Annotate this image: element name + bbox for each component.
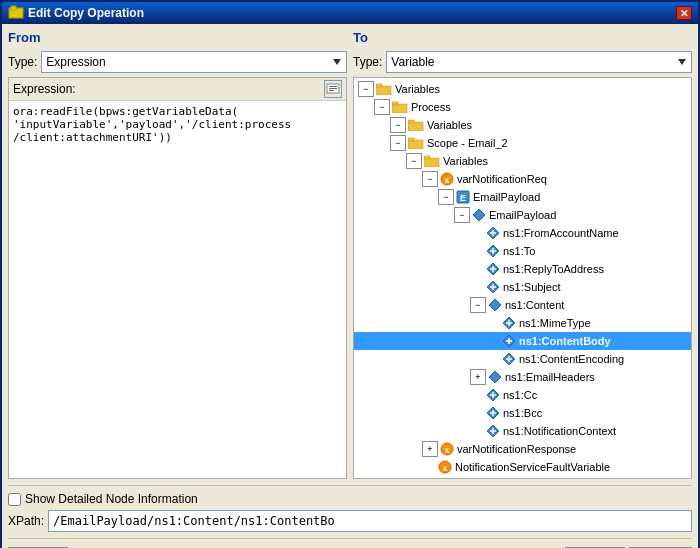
tree-label-ns1-To: ns1:To: [503, 245, 535, 257]
title-bar: Edit Copy Operation ✕: [2, 2, 698, 24]
arrow-icon: [502, 316, 516, 330]
from-panel: From Type: Expression Expression:: [8, 30, 347, 479]
arrow-icon: [486, 280, 500, 294]
tree-label-variables-root: Variables: [395, 83, 440, 95]
tree-item-ns1-NotificationContext[interactable]: ns1:NotificationContext: [354, 422, 691, 440]
element-icon: E: [456, 190, 470, 204]
variable-icon: x: [440, 172, 454, 186]
svg-rect-1: [11, 6, 16, 10]
tree-expand-scope-email2[interactable]: −: [390, 135, 406, 151]
divider: [8, 485, 692, 486]
window-body: From Type: Expression Expression:: [2, 24, 698, 548]
expression-content: ora:readFile(bpws:getVariableData( 'inpu…: [9, 101, 346, 478]
window-icon: [8, 5, 24, 21]
tree-item-ns1-ContentBody[interactable]: ns1:ContentBody: [354, 332, 691, 350]
to-type-row: Type: Variable: [353, 51, 692, 73]
expression-edit-button[interactable]: [324, 80, 342, 98]
to-title: To: [353, 30, 692, 47]
variable-icon: x: [440, 442, 454, 456]
from-type-select[interactable]: Expression: [41, 51, 347, 73]
tree-label-ns1-ContentEncoding: ns1:ContentEncoding: [519, 353, 624, 365]
xpath-input[interactable]: [48, 510, 692, 532]
edit-copy-operation-dialog: Edit Copy Operation ✕ From Type: Express…: [0, 0, 700, 548]
folder-icon: [408, 137, 424, 149]
tree-expand-varNotificationResponse[interactable]: +: [422, 441, 438, 457]
divider2: [8, 538, 692, 539]
tree-expand-ns1-EmailHeaders[interactable]: +: [470, 369, 486, 385]
svg-rect-15: [424, 156, 430, 159]
arrow-icon: [486, 424, 500, 438]
tree-item-variables-scope[interactable]: −Variables: [354, 152, 691, 170]
tree-item-ns1-Content[interactable]: −ns1:Content: [354, 296, 691, 314]
folder-icon: [424, 155, 440, 167]
svg-rect-14: [424, 158, 439, 167]
svg-rect-13: [408, 138, 414, 141]
svg-text:x: x: [444, 445, 449, 455]
tree-item-EmailPayload[interactable]: −EEmailPayload: [354, 188, 691, 206]
from-title: From: [8, 30, 347, 47]
tree-item-EmailPayload2[interactable]: −EmailPayload: [354, 206, 691, 224]
from-type-row: Type: Expression: [8, 51, 347, 73]
svg-text:x: x: [444, 175, 449, 185]
tree-item-process[interactable]: −Process: [354, 98, 691, 116]
variable-icon: x: [438, 460, 452, 474]
tree-label-varNotificationReq: varNotificationReq: [457, 173, 547, 185]
diamond-icon: [472, 208, 486, 222]
tree-expand-variables-scope[interactable]: −: [406, 153, 422, 169]
svg-rect-4: [329, 88, 337, 89]
tree-item-ns1-ReplyToAddress[interactable]: ns1:ReplyToAddress: [354, 260, 691, 278]
xpath-label: XPath:: [8, 514, 44, 528]
show-detailed-checkbox[interactable]: [8, 493, 21, 506]
to-type-label: Type:: [353, 55, 382, 69]
variable-tree[interactable]: −Variables−Process−Variables−Scope - Ema…: [353, 77, 692, 479]
svg-rect-8: [392, 104, 407, 113]
tree-label-ns1-Bcc: ns1:Bcc: [503, 407, 542, 419]
tree-item-variables-root[interactable]: −Variables: [354, 80, 691, 98]
svg-marker-43: [489, 371, 501, 383]
tree-item-varNotificationResponse[interactable]: +xvarNotificationResponse: [354, 440, 691, 458]
tree-item-ns1-ContentEncoding[interactable]: ns1:ContentEncoding: [354, 350, 691, 368]
tree-label-ns1-Content: ns1:Content: [505, 299, 564, 311]
tree-expand-process[interactable]: −: [374, 99, 390, 115]
svg-rect-10: [408, 122, 423, 131]
tree-expand-EmailPayload[interactable]: −: [438, 189, 454, 205]
tree-item-ns1-Cc[interactable]: ns1:Cc: [354, 386, 691, 404]
tree-item-ns1-Bcc[interactable]: ns1:Bcc: [354, 404, 691, 422]
tree-label-ns1-EmailHeaders: ns1:EmailHeaders: [505, 371, 595, 383]
tree-item-variables-proc[interactable]: −Variables: [354, 116, 691, 134]
arrow-icon: [486, 388, 500, 402]
tree-label-ns1-Subject: ns1:Subject: [503, 281, 560, 293]
close-button[interactable]: ✕: [676, 6, 692, 20]
svg-rect-3: [329, 86, 337, 87]
tree-label-ns1-ContentBody: ns1:ContentBody: [519, 335, 611, 347]
to-type-select[interactable]: Variable: [386, 51, 692, 73]
tree-item-varNotificationReq[interactable]: −xvarNotificationReq: [354, 170, 691, 188]
tree-expand-EmailPayload2[interactable]: −: [454, 207, 470, 223]
tree-expand-ns1-Content[interactable]: −: [470, 297, 486, 313]
tree-item-ns1-FromAccountName[interactable]: ns1:FromAccountName: [354, 224, 691, 242]
tree-item-ns1-Subject[interactable]: ns1:Subject: [354, 278, 691, 296]
panels-container: From Type: Expression Expression:: [8, 30, 692, 479]
expression-box: Expression: ora:readFile(bpws:getVariabl…: [8, 77, 347, 479]
tree-item-ns1-MimeType[interactable]: ns1:MimeType: [354, 314, 691, 332]
svg-text:x: x: [442, 463, 447, 473]
tree-expand-variables-proc[interactable]: −: [390, 117, 406, 133]
diamond-icon: [488, 298, 502, 312]
tree-item-NotificationServiceFaultVariable[interactable]: xNotificationServiceFaultVariable: [354, 458, 691, 476]
tree-item-ns1-To[interactable]: ns1:To: [354, 242, 691, 260]
tree-item-ns1-EmailHeaders[interactable]: +ns1:EmailHeaders: [354, 368, 691, 386]
tree-expand-varNotificationReq[interactable]: −: [422, 171, 438, 187]
arrow-icon: [486, 406, 500, 420]
tree-label-varNotificationResponse: varNotificationResponse: [457, 443, 576, 455]
arrow-icon: [486, 244, 500, 258]
svg-marker-20: [473, 209, 485, 221]
arrow-icon: [502, 334, 516, 348]
tree-item-scope-email2[interactable]: −Scope - Email_2: [354, 134, 691, 152]
folder-icon: [392, 101, 408, 113]
svg-text:E: E: [460, 193, 466, 203]
tree-label-ns1-FromAccountName: ns1:FromAccountName: [503, 227, 619, 239]
tree-expand-variables-root[interactable]: −: [358, 81, 374, 97]
show-detailed-label[interactable]: Show Detailed Node Information: [25, 492, 198, 506]
tree-label-variables-scope: Variables: [443, 155, 488, 167]
tree-label-ns1-MimeType: ns1:MimeType: [519, 317, 591, 329]
